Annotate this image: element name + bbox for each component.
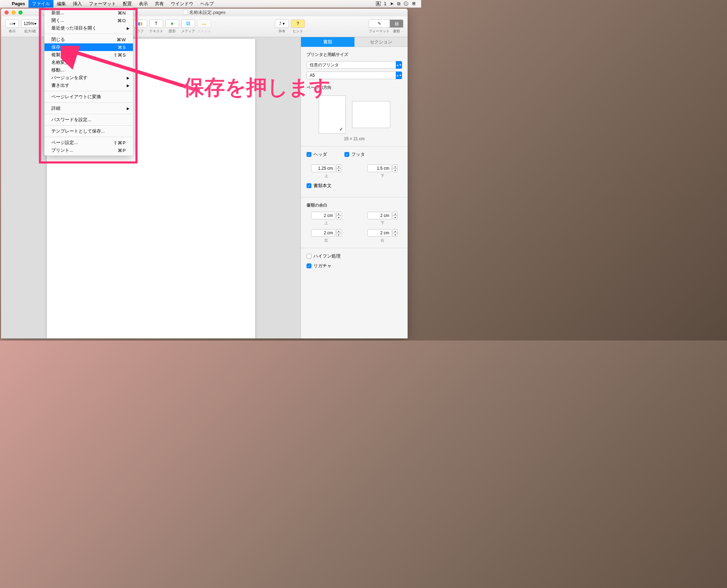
menu-item[interactable]: 書き出す▶ — [44, 82, 133, 89]
ligature-checkbox[interactable]: ✓ — [307, 263, 311, 268]
menubar-file[interactable]: ファイル — [28, 0, 53, 8]
tab-document[interactable]: 書類 — [301, 37, 354, 47]
menu-item[interactable]: 最近使った項目を開く▶ — [44, 24, 133, 32]
menubar-arrange[interactable]: 配置 — [119, 0, 135, 8]
shield-icon[interactable]: ⛨ — [412, 1, 416, 6]
page-dimensions: 15 × 21 cm — [307, 136, 402, 141]
footer-label: フッタ — [351, 151, 365, 158]
ligature-label: リガチャ — [314, 263, 332, 269]
badge-count: 1 — [384, 1, 386, 6]
menu-item[interactable]: 移動... — [44, 66, 133, 74]
comment-button[interactable]: ▬ — [197, 19, 211, 28]
footer-value[interactable]: 1.5 cm — [367, 165, 392, 172]
menu-item[interactable]: バージョンを戻す▶ — [44, 74, 133, 82]
menubar-status-icons: A 1 ➤ ⧉ ⓘ ⛨ — [376, 1, 418, 7]
inspector-panel: 書類 セクション プリンタと用紙サイズ 任意のプリンタ ▲▼ A5 ▲▼ ページ… — [301, 37, 408, 338]
paper-select[interactable]: A5 — [307, 72, 402, 79]
stepper[interactable]: ▲▼ — [393, 165, 398, 172]
chevron-icon: ▲▼ — [396, 61, 402, 69]
comment-label: コメント — [197, 29, 211, 34]
menubar-app[interactable]: Pages — [8, 0, 28, 8]
stepper[interactable]: ▲▼ — [336, 229, 341, 237]
printer-heading: プリンタと用紙サイズ — [307, 52, 402, 58]
document-label: 書類 — [390, 29, 403, 34]
body-label: 書類本文 — [314, 183, 332, 189]
zoom-label: 拡大/縮 — [24, 29, 36, 34]
text-button[interactable]: T — [149, 19, 163, 28]
menu-item[interactable]: 新規...⌘N — [44, 9, 133, 17]
stepper[interactable]: ▲▼ — [393, 212, 398, 219]
margin-right-value[interactable]: 2 cm — [367, 229, 392, 237]
stepper[interactable]: ▲▼ — [336, 165, 341, 172]
zoom-button[interactable]: 125% ▾ — [21, 19, 39, 28]
document-button[interactable]: ▤ — [390, 19, 403, 28]
document-icon — [183, 10, 188, 15]
menu-item[interactable]: ページレイアウトに変換 — [44, 93, 133, 101]
menu-item[interactable]: 複製⇧⌘S — [44, 51, 133, 59]
media-label: メディア — [181, 29, 195, 34]
orientation-portrait[interactable]: ✓ — [319, 95, 346, 134]
menu-item[interactable]: テンプレートとして保存... — [44, 127, 133, 135]
stepper[interactable]: ▲▼ — [336, 212, 341, 219]
view-button[interactable]: ▭▾ — [5, 19, 19, 28]
adobe-icon[interactable]: A — [376, 1, 381, 6]
file-menu-dropdown: 新規...⌘N開く...⌘O最近使った項目を開く▶閉じる⌘W保存⌘S複製⇧⌘S名… — [44, 8, 133, 156]
shape-button[interactable]: ■ — [165, 19, 179, 28]
format-button[interactable]: ✎ — [369, 19, 390, 28]
margin-bottom-value[interactable]: 2 cm — [367, 212, 392, 219]
view-label: 表示 — [9, 29, 16, 34]
hyphen-label: ハイフン処理 — [314, 253, 341, 259]
menubar-insert[interactable]: 挿入 — [69, 0, 85, 8]
hyphen-checkbox[interactable] — [307, 254, 311, 259]
menubar-help[interactable]: ヘルプ — [197, 0, 217, 8]
menubar-edit[interactable]: 編集 — [53, 0, 69, 8]
header-value[interactable]: 1.25 cm — [311, 165, 335, 172]
menu-item[interactable]: パスワードを設定... — [44, 116, 133, 124]
check-icon: ✓ — [339, 126, 343, 132]
printer-select[interactable]: 任意のプリンタ — [307, 61, 402, 69]
chevron-icon: ▲▼ — [396, 72, 402, 79]
info-icon[interactable]: ⓘ — [404, 1, 408, 7]
tab-section[interactable]: セクション — [354, 37, 408, 47]
orientation-heading: ページの方向 — [307, 85, 402, 91]
sync-icon[interactable]: ➤ — [390, 1, 394, 6]
share-label: 共有 — [278, 29, 285, 34]
menubar-view[interactable]: 表示 — [135, 0, 151, 8]
hint-label: ヒント — [293, 29, 303, 34]
margin-top-value[interactable]: 2 cm — [311, 212, 335, 219]
shape-label: 図形 — [169, 29, 176, 34]
menu-item[interactable]: 開く...⌘O — [44, 17, 133, 24]
chart-button[interactable]: ▮▮ — [133, 19, 147, 28]
menu-item[interactable]: 詳細▶ — [44, 104, 133, 112]
margin-left-value[interactable]: 2 cm — [311, 229, 335, 237]
system-menubar: Pages ファイル 編集 挿入 フォーマット 配置 表示 共有 ウインドウ ヘ… — [0, 0, 421, 8]
stepper[interactable]: ▲▼ — [393, 229, 398, 237]
hint-button[interactable]: ? — [291, 19, 305, 28]
dropbox-icon[interactable]: ⧉ — [397, 1, 400, 7]
menubar-format[interactable]: フォーマット — [85, 0, 119, 8]
menubar-window[interactable]: ウインドウ — [167, 0, 197, 8]
media-button[interactable]: 🖼 — [181, 19, 195, 28]
share-button[interactable]: ⤴ ▾ — [275, 19, 289, 28]
orientation-landscape[interactable] — [352, 101, 390, 128]
body-checkbox[interactable]: ✓ — [307, 183, 311, 188]
menu-item[interactable]: ページ設定...⇧⌘P — [44, 139, 133, 146]
chart-label: ラフ — [137, 29, 144, 34]
text-label: テキスト — [149, 29, 163, 34]
menu-item[interactable]: 閉じる⌘W — [44, 36, 133, 43]
format-label: フォーマット — [369, 29, 390, 34]
menu-item[interactable]: 保存⌘S — [44, 43, 133, 51]
margins-heading: 書類の余白 — [307, 202, 402, 208]
menu-item[interactable]: プリント...⌘P — [44, 146, 133, 154]
header-label: ヘッダ — [314, 151, 327, 158]
menubar-share[interactable]: 共有 — [151, 0, 167, 8]
header-checkbox[interactable]: ✓ — [307, 152, 311, 157]
footer-checkbox[interactable]: ✓ — [344, 152, 349, 157]
menu-item[interactable]: 名称変更... — [44, 59, 133, 66]
